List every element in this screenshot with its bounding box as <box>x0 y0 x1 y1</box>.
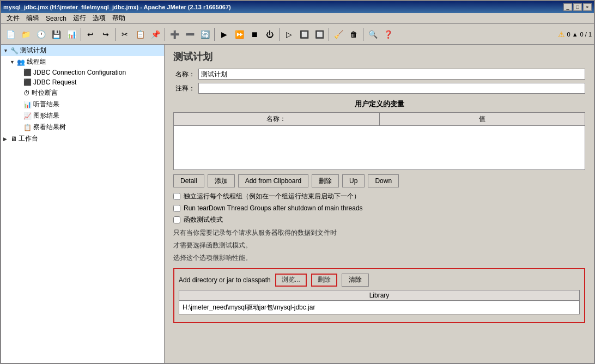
collapse-button[interactable]: ➖ <box>183 27 197 41</box>
comment-input[interactable] <box>198 83 585 94</box>
add-clipboard-button[interactable]: Add from Clipboard <box>238 174 308 187</box>
toggle-button[interactable]: 🔄 <box>198 27 212 41</box>
test-plan-icon: 🔧 <box>10 47 19 54</box>
user-vars-table: 名称： 值 <box>173 112 585 170</box>
jdbc-req-icon: ⬛ <box>23 78 32 86</box>
play-no-pause-button[interactable]: ⏩ <box>232 27 246 41</box>
detail-button[interactable]: Detail <box>173 174 204 187</box>
sidebar-item-jdbc-request[interactable]: ⬛ JDBC Request <box>1 77 164 87</box>
alert-count: 0 ▲ <box>567 31 578 38</box>
main-window: mysql_jdbc.jmx (H:\jmeter_file\mysql_jdb… <box>0 0 595 364</box>
sidebar: ▼ 🔧 测试计划 ▼ 👥 线程组 ⬛ JDBC Connection Confi… <box>1 45 165 363</box>
sidebar-item-listener1[interactable]: 📊 听普结果 <box>1 99 164 110</box>
menu-bar: 文件 编辑 Search 运行 选项 帮助 <box>1 13 594 24</box>
up-button[interactable]: Up <box>342 174 365 187</box>
menu-options[interactable]: 选项 <box>89 13 109 24</box>
remote-start-button[interactable]: ▷ <box>282 27 296 41</box>
user-vars-title: 用户定义的变量 <box>173 99 585 109</box>
expand-icon-wb: ▶ <box>3 136 9 142</box>
new-button[interactable]: 📄 <box>3 27 17 41</box>
classpath-delete-button[interactable]: 删除 <box>311 274 337 287</box>
checkbox-label-2: Run tearDown Thread Groups after shutdow… <box>184 204 363 212</box>
table-body <box>174 126 585 169</box>
timer-icon: ⏱ <box>23 89 30 97</box>
maximize-button[interactable]: □ <box>573 3 582 11</box>
search-button[interactable]: 🔍 <box>366 27 380 41</box>
checkbox-teardown[interactable] <box>173 205 180 212</box>
clear-all-button[interactable]: 🗑 <box>347 27 361 41</box>
classpath-label: Add directory or jar to classpath <box>179 276 271 284</box>
save-button[interactable]: 💾 <box>49 27 63 41</box>
separator-7 <box>363 28 363 41</box>
cut-button[interactable]: ✂ <box>118 27 132 41</box>
classpath-clear-button[interactable]: 清除 <box>342 274 369 287</box>
thread-group-label: 线程组 <box>27 57 46 66</box>
clear-button[interactable]: 🧹 <box>331 27 345 41</box>
table-header: 名称： 值 <box>174 113 585 126</box>
jdbc-req-label: JDBC Request <box>33 78 76 86</box>
classpath-header: Add directory or jar to classpath 浏览... … <box>179 274 580 287</box>
play-button[interactable]: ▶ <box>217 27 231 41</box>
classpath-section: Add directory or jar to classpath 浏览... … <box>173 268 585 323</box>
expand-icon-thread: ▼ <box>10 59 15 65</box>
sidebar-item-workbench[interactable]: ▶ 🖥 工作台 <box>1 133 164 144</box>
listener3-label: 察看结果树 <box>33 123 66 132</box>
save-all-button[interactable]: 📊 <box>64 27 78 41</box>
comment-label: 注释： <box>173 84 195 93</box>
content-panel: 测试计划 名称： 注释： 用户定义的变量 名称： 值 <box>165 45 594 363</box>
listener1-icon: 📊 <box>23 101 32 108</box>
open-button[interactable]: 📁 <box>19 27 33 41</box>
help-button[interactable]: ❓ <box>381 27 395 41</box>
checkbox-functional[interactable] <box>173 216 180 223</box>
col-name: 名称： <box>174 113 380 125</box>
redo-button[interactable]: ↪ <box>99 27 113 41</box>
recent-button[interactable]: 🕐 <box>34 27 48 41</box>
checkbox-row-2: Run tearDown Thread Groups after shutdow… <box>173 204 585 212</box>
title-bar: mysql_jdbc.jmx (H:\jmeter_file\mysql_jdb… <box>1 1 594 13</box>
menu-help[interactable]: 帮助 <box>109 13 129 24</box>
checkbox-row-1: 独立运行每个线程组（例如在一个组运行结束后启动下一个） <box>173 192 585 201</box>
sidebar-item-timer[interactable]: ⏱ 时位断言 <box>1 87 164 99</box>
minimize-button[interactable]: _ <box>563 3 572 11</box>
undo-button[interactable]: ↩ <box>83 27 98 41</box>
listener2-icon: 📈 <box>23 112 32 120</box>
sidebar-item-thread-group[interactable]: ▼ 👥 线程组 <box>1 56 164 68</box>
separator-6 <box>329 28 329 41</box>
expand-icon-test-plan: ▼ <box>3 48 9 53</box>
checkbox-independent-threads[interactable] <box>173 193 180 200</box>
separator-4 <box>214 28 215 41</box>
add-button[interactable]: 添加 <box>208 174 235 187</box>
sidebar-item-listener2[interactable]: 📈 图形结果 <box>1 110 164 122</box>
checkbox-row-3: 函数测试模式 <box>173 215 585 225</box>
remote-shutdown-button[interactable]: 🔲 <box>312 27 326 41</box>
paste-button[interactable]: 📌 <box>148 27 162 41</box>
remote-stop-button[interactable]: 🔲 <box>297 27 311 41</box>
thread-group-icon: 👥 <box>17 58 25 66</box>
timer-label: 时位断言 <box>32 88 58 98</box>
sidebar-item-jdbc-connection[interactable]: ⬛ JDBC Connection Configuration <box>1 68 164 77</box>
jdbc-conn-label: JDBC Connection Configuration <box>33 69 126 76</box>
sidebar-item-test-plan[interactable]: ▼ 🔧 测试计划 <box>1 45 164 56</box>
menu-search[interactable]: Search <box>42 14 70 23</box>
browse-button[interactable]: 浏览... <box>275 274 307 287</box>
down-button[interactable]: Down <box>368 174 399 187</box>
comment-row: 注释： <box>173 83 585 94</box>
menu-edit[interactable]: 编辑 <box>23 13 42 24</box>
expand-button[interactable]: ➕ <box>167 27 181 41</box>
menu-file[interactable]: 文件 <box>3 13 23 24</box>
listener1-label: 听普结果 <box>33 100 59 109</box>
action-buttons: Detail 添加 Add from Clipboard 删除 Up Down <box>173 174 585 187</box>
test-plan-label: 测试计划 <box>20 46 46 55</box>
menu-run[interactable]: 运行 <box>70 13 89 24</box>
shutdown-button[interactable]: ⏻ <box>263 27 277 41</box>
sidebar-item-listener3[interactable]: 📋 察看结果树 <box>1 122 164 133</box>
separator-1 <box>81 28 81 41</box>
copy-button[interactable]: 📋 <box>133 27 147 41</box>
stop-button[interactable]: ⏹ <box>247 27 262 41</box>
close-button[interactable]: × <box>583 3 592 11</box>
checkbox-label-3: 函数测试模式 <box>184 215 223 225</box>
classpath-row-1[interactable]: H:\jmeter_need\mysql驱动jar包\mysql-jdbc.ja… <box>179 301 579 314</box>
desc-text-1: 只有当你需要记录每个请求从服务器取得的数据到文件时 <box>173 228 585 238</box>
delete-button[interactable]: 删除 <box>312 174 339 187</box>
name-input[interactable] <box>198 69 585 80</box>
